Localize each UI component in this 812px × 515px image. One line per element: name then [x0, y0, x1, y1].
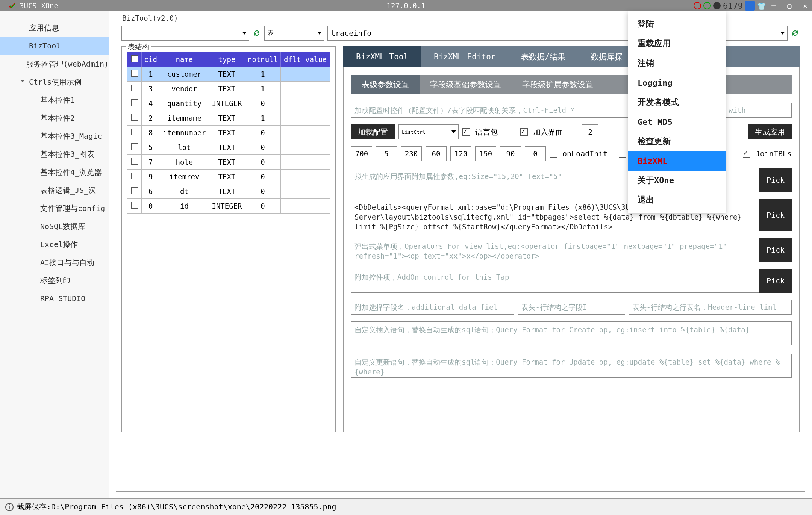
sidebar-item-6[interactable]: 基本控件3_Magic: [0, 127, 109, 145]
close-button[interactable]: ✕: [798, 0, 812, 11]
row-checkbox[interactable]: [131, 129, 138, 135]
table-row[interactable]: 1customerTEXT1: [127, 67, 330, 82]
pick-1-button[interactable]: Pick: [759, 168, 792, 192]
header-checkbox[interactable]: [131, 55, 138, 62]
num-input-1[interactable]: [376, 146, 397, 161]
lang-checkbox[interactable]: [462, 128, 470, 136]
insert-sql-input[interactable]: [351, 321, 792, 345]
num-input-6[interactable]: [500, 146, 521, 161]
num-input-2[interactable]: [401, 146, 422, 161]
sidebar-item-9[interactable]: 表格逻辑_JS_汉: [0, 181, 109, 199]
menu-item-6[interactable]: 检查更新: [628, 132, 726, 151]
pick-2-button[interactable]: Pick: [759, 199, 792, 231]
addui-checkbox[interactable]: [520, 128, 528, 136]
monitor-icon[interactable]: [745, 1, 755, 11]
sidebar-item-15[interactable]: RPA_STUDIO: [0, 289, 109, 307]
menu-item-7[interactable]: BizXML: [628, 151, 726, 171]
theme-icon[interactable]: 👕: [757, 2, 765, 9]
columns-grid[interactable]: cidnametypenotnulldflt_value1customerTEX…: [127, 52, 330, 214]
tab-0[interactable]: BizXML Tool: [343, 46, 421, 67]
row-checkbox[interactable]: [131, 70, 138, 77]
table-label-combo[interactable]: 表: [264, 26, 324, 41]
addon-input[interactable]: [351, 269, 759, 293]
row-checkbox[interactable]: [131, 85, 138, 91]
menu-item-2[interactable]: 注销: [628, 53, 726, 73]
load-config-button[interactable]: 加载配置: [351, 124, 395, 139]
num-input-3[interactable]: [426, 146, 447, 161]
sidebar-item-11[interactable]: NoSQL数据库: [0, 217, 109, 235]
db-combo[interactable]: [121, 26, 249, 41]
menu-item-3[interactable]: Logging: [628, 73, 726, 92]
subtab-1[interactable]: 字段级基础参数设置: [420, 75, 512, 94]
table-row[interactable]: 6dtTEXT0: [127, 184, 330, 199]
pick-3-button[interactable]: Pick: [759, 238, 792, 262]
sidebar-item-3[interactable]: Ctrls使用示例: [0, 73, 109, 91]
menu-item-0[interactable]: 登陆: [628, 14, 726, 34]
header-field-input[interactable]: [518, 300, 625, 315]
refresh-right-icon[interactable]: [791, 29, 800, 38]
col-cid[interactable]: cid: [142, 52, 160, 67]
menu-item-9[interactable]: 退出: [628, 190, 726, 210]
onload-checkbox[interactable]: [550, 150, 557, 158]
add-field-input[interactable]: [351, 300, 514, 315]
sidebar-item-4[interactable]: 基本控件1: [0, 91, 109, 109]
sidebar-item-1[interactable]: BizTool: [0, 37, 109, 55]
trace-input[interactable]: traceinfo: [327, 26, 642, 41]
table-row[interactable]: 3vendorTEXT1: [127, 82, 330, 96]
expander-icon[interactable]: [21, 80, 24, 84]
sidebar-item-7[interactable]: 基本控件3_图表: [0, 145, 109, 163]
table-row[interactable]: 9itemrevTEXT0: [127, 170, 330, 184]
sidebar-item-5[interactable]: 基本控件2: [0, 109, 109, 127]
sidebar-item-8[interactable]: 基本控件4_浏览器: [0, 163, 109, 181]
row-checkbox[interactable]: [131, 187, 138, 194]
sidebar-item-10[interactable]: 文件管理与config: [0, 199, 109, 217]
tab-1[interactable]: BizXML Editor: [421, 46, 508, 67]
table-row[interactable]: 2itemnameTEXT1: [127, 111, 330, 126]
row-checkbox[interactable]: [131, 173, 138, 179]
col-dflt_value[interactable]: dflt_value: [281, 52, 330, 67]
generate-app-button[interactable]: 生成应用: [748, 124, 792, 139]
row-checkbox[interactable]: [131, 99, 138, 106]
row-checkbox[interactable]: [131, 114, 138, 121]
num-input-0[interactable]: [351, 146, 372, 161]
num-input-5[interactable]: [475, 146, 496, 161]
menu-item-5[interactable]: Get MD5: [628, 112, 726, 132]
table-row[interactable]: 4quantityINTEGER0: [127, 96, 330, 111]
update-sql-input[interactable]: [351, 354, 792, 378]
num-input-4[interactable]: [450, 146, 471, 161]
subtab-2[interactable]: 字段级扩展参数设置: [512, 75, 604, 94]
popup-menu-input[interactable]: [351, 238, 759, 262]
maximize-button[interactable]: ▢: [783, 0, 796, 11]
sidebar-item-2[interactable]: 服务器管理(webAdmin): [0, 55, 109, 73]
sidebar-item-12[interactable]: Excel操作: [0, 235, 109, 253]
lo-checkbox[interactable]: [619, 150, 626, 158]
pick-4-button[interactable]: Pick: [759, 269, 792, 293]
status-green-icon[interactable]: [703, 2, 711, 9]
subtab-0[interactable]: 表级参数设置: [351, 75, 420, 94]
table-row[interactable]: 5lotTEXT0: [127, 140, 330, 155]
sidebar-item-14[interactable]: 标签列印: [0, 271, 109, 289]
tab-3[interactable]: 数据库探: [578, 46, 635, 67]
count-input[interactable]: [582, 124, 598, 139]
table-row[interactable]: 0idINTEGER0: [127, 199, 330, 214]
minimize-button[interactable]: ─: [767, 0, 780, 11]
listctrl-combo[interactable]: ListCtrl: [398, 124, 459, 139]
col-notnull[interactable]: notnull: [245, 52, 281, 67]
row-checkbox[interactable]: [131, 143, 138, 150]
table-row[interactable]: 8itemnumberTEXT0: [127, 126, 330, 140]
col-type[interactable]: type: [209, 52, 245, 67]
row-checkbox[interactable]: [131, 158, 138, 165]
menu-item-8[interactable]: 关于XOne: [628, 171, 726, 190]
menu-item-1[interactable]: 重载应用: [628, 34, 726, 53]
jointbls-checkbox[interactable]: [743, 150, 750, 158]
status-red-icon[interactable]: [694, 2, 701, 9]
menu-item-4[interactable]: 开发者模式: [628, 92, 726, 112]
sidebar-item-0[interactable]: 应用信息: [0, 19, 109, 37]
header-table-input[interactable]: [629, 300, 792, 315]
col-name[interactable]: name: [160, 52, 209, 67]
refresh-db-icon[interactable]: [252, 29, 261, 38]
row-checkbox[interactable]: [131, 202, 138, 209]
num-input-7[interactable]: [525, 146, 546, 161]
tab-2[interactable]: 表数据/结果: [508, 46, 578, 67]
table-row[interactable]: 7holeTEXT0: [127, 155, 330, 170]
